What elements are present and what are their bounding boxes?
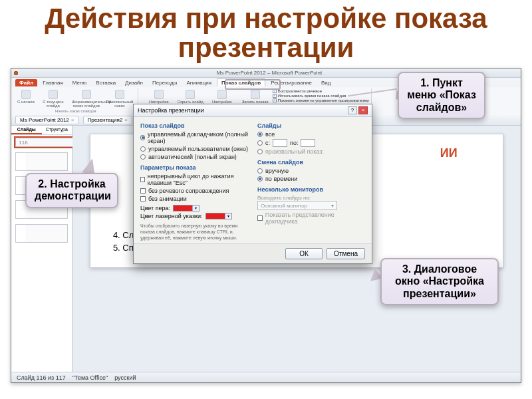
callout-2: 2. Настройка демонстрации xyxy=(25,173,118,208)
tab-menu[interactable]: Меню xyxy=(68,79,91,86)
cancel-button[interactable]: Отмена xyxy=(327,248,365,259)
group-monitors: Несколько мониторов xyxy=(257,186,365,193)
dialog-title: Настройка презентации xyxy=(138,107,204,114)
callout-3: 3. Диалоговое окно «Настройка презентаци… xyxy=(380,258,499,305)
side-tab-slides[interactable]: Слайды xyxy=(11,126,42,134)
label-laser-color: Цвет лазерной указки: xyxy=(140,213,203,219)
radio-range-slides[interactable]: с: по: xyxy=(257,139,365,147)
ok-button[interactable]: ОК xyxy=(285,248,323,259)
radio-advance-timed[interactable]: по времени xyxy=(257,176,365,182)
highlight-slideshow-tab xyxy=(225,79,281,90)
group-advance: Смена слайдов xyxy=(257,159,365,166)
group-show-type: Показ слайдов xyxy=(140,122,248,129)
radio-all-slides[interactable]: все xyxy=(257,131,365,138)
chk-narration[interactable]: Воспроизвести речевое xyxy=(273,89,369,93)
slide-thumbnail[interactable] xyxy=(15,152,68,171)
chk-no-animation[interactable]: без анимации xyxy=(140,196,248,202)
custom-show-icon xyxy=(115,90,124,99)
label-show-on: Выводить слайды на: xyxy=(257,195,365,201)
laser-color-picker[interactable]: ▾ xyxy=(205,213,232,219)
btn-from-beginning[interactable]: С начала xyxy=(16,89,36,109)
pen-color-picker[interactable]: ▾ xyxy=(173,205,200,211)
spin-to[interactable] xyxy=(301,139,315,147)
chk-presenter-view: Показать представление докладчика xyxy=(257,211,365,225)
help-icon[interactable]: ? xyxy=(348,106,357,114)
btn-from-current[interactable]: С текущего слайда xyxy=(37,89,69,109)
radio-custom-show: произвольный показ: xyxy=(257,148,365,155)
record-icon xyxy=(251,90,260,99)
chevron-down-icon: ▾ xyxy=(192,205,199,211)
close-icon[interactable]: × xyxy=(358,106,368,114)
tab-home[interactable]: Главная xyxy=(39,79,66,86)
slide-panel: Слайды Структура 116 xyxy=(11,126,72,372)
broadcast-icon xyxy=(82,90,91,99)
tab-transitions[interactable]: Переходы xyxy=(148,79,182,86)
tab-file[interactable]: Файл xyxy=(15,79,37,86)
label-pen-color: Цвет пера: xyxy=(140,205,170,211)
close-icon[interactable]: × xyxy=(71,117,74,123)
play-icon xyxy=(21,90,31,99)
chk-no-narration[interactable]: без речевого сопровождения xyxy=(140,188,248,194)
callout-1: 1. Пункт меню «Показ слайдов» xyxy=(398,72,485,119)
doc-tab-1[interactable]: Ms PowerPoint 2012× xyxy=(15,116,79,124)
status-language: русский xyxy=(114,374,136,381)
doc-tab-2[interactable]: Презентация2× xyxy=(83,116,132,124)
play-current-icon xyxy=(49,90,58,99)
btn-broadcast[interactable]: Широковещательный показ слайдов xyxy=(70,89,102,109)
group-start-label: Начать показ слайдов xyxy=(55,109,96,113)
titlebar-text: Ms PowerPoint 2012 – Microsoft PowerPoin… xyxy=(217,70,322,76)
hide-icon xyxy=(186,90,195,99)
page-title: Действия при настройке показа презентаци… xyxy=(0,0,532,68)
status-theme: "Тема Office" xyxy=(72,374,108,381)
spin-from[interactable] xyxy=(273,139,287,147)
btn-custom-show[interactable]: Произвольный показ xyxy=(104,89,136,109)
radio-auto-full[interactable]: автоматический (полный экран) xyxy=(140,154,248,160)
slide-thumbnail[interactable] xyxy=(15,224,68,243)
tab-view[interactable]: Вид xyxy=(317,79,334,86)
status-slide-count: Слайд 116 из 117 xyxy=(17,374,66,381)
setup-icon xyxy=(154,90,164,99)
radio-presenter-full[interactable]: управляемый докладчиком (полный экран) xyxy=(140,131,248,144)
group-show-options: Параметры показа xyxy=(140,164,248,171)
chk-loop[interactable]: непрерывный цикл до нажатия клавиши "Esc… xyxy=(140,173,248,186)
setup-dialog: Настройка презентации ? × Показ слайдов … xyxy=(133,104,372,264)
chevron-down-icon: ▾ xyxy=(331,203,334,209)
chk-controls[interactable]: Показать элементы управления проигрывате… xyxy=(273,98,369,102)
tab-insert[interactable]: Вставка xyxy=(92,79,120,86)
group-slides: Слайды xyxy=(257,122,365,129)
tab-animation[interactable]: Анимация xyxy=(183,79,216,86)
status-bar: Слайд 116 из 117 "Тема Office" русский xyxy=(11,372,521,382)
tab-design[interactable]: Дизайн xyxy=(121,79,147,86)
radio-advance-manual[interactable]: вручную xyxy=(257,168,365,174)
side-tab-outline[interactable]: Структура xyxy=(42,126,72,134)
radio-user-window[interactable]: управляемый пользователем (окно) xyxy=(140,146,248,152)
dialog-titlebar[interactable]: Настройка презентации ? × xyxy=(134,104,372,117)
monitor-select: Основной монитор▾ xyxy=(257,201,337,210)
close-icon[interactable]: × xyxy=(124,117,128,123)
chevron-down-icon: ▾ xyxy=(225,213,231,219)
app-icon xyxy=(14,71,18,75)
fineprint: Чтобы отобразить лазерную указку во врем… xyxy=(140,223,248,241)
timer-icon xyxy=(217,90,227,99)
